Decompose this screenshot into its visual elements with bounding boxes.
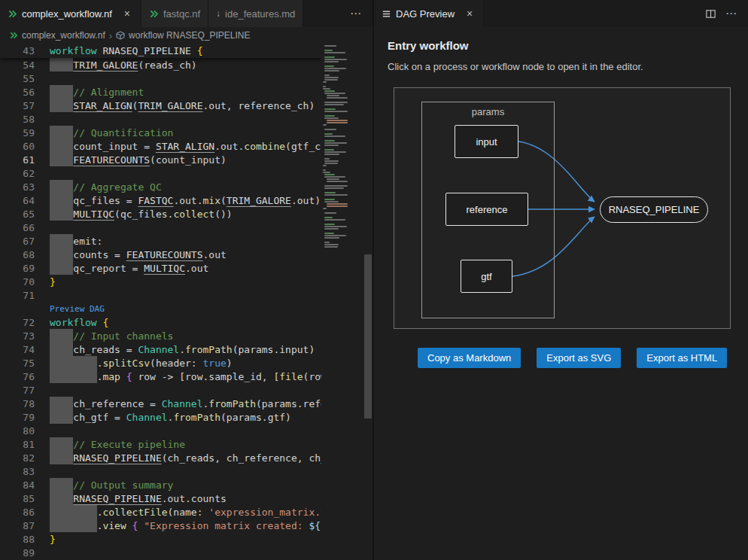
code-line[interactable]: 65MULTIQC(qc_files.collect()) bbox=[0, 207, 321, 221]
code-line[interactable]: 60count_input = STAR_ALIGN.out.combine(g… bbox=[0, 139, 321, 153]
code-token: ) bbox=[227, 358, 233, 369]
code-token: ch_gtf = bbox=[73, 412, 126, 423]
export-as-html-button[interactable]: Export as HTML bbox=[637, 348, 727, 368]
export-as-svg-button[interactable]: Export as SVG bbox=[537, 348, 621, 368]
code-token: (count_input) bbox=[150, 154, 227, 166]
minimap-bar bbox=[324, 68, 345, 69]
tab-fastqc[interactable]: fastqc.nf bbox=[141, 0, 208, 27]
code-line[interactable]: 68counts = FEATURECOUNTS.out bbox=[0, 248, 321, 261]
panel-body: Entry workflow Click on a process or wor… bbox=[374, 27, 748, 560]
code-line[interactable]: 88} bbox=[0, 532, 321, 546]
minimap-bar bbox=[324, 108, 336, 110]
code-line[interactable]: 70} bbox=[0, 275, 321, 288]
dag-node-input[interactable]: input bbox=[455, 125, 518, 158]
code-token: Channel bbox=[162, 398, 203, 409]
code-line[interactable]: 74ch_reads = Channel.fromPath(params.inp… bbox=[0, 342, 321, 356]
code-line[interactable]: 79ch_gtf = Channel.fromPath(params.gtf) bbox=[0, 410, 321, 424]
code-line[interactable]: 55 bbox=[0, 72, 321, 85]
split-editor-icon[interactable] bbox=[705, 8, 716, 20]
code-line[interactable]: 83 bbox=[0, 464, 321, 478]
minimap[interactable] bbox=[321, 44, 363, 560]
tab-ide-features[interactable]: ↓ ide_features.md bbox=[208, 0, 303, 27]
indent-highlight bbox=[50, 451, 73, 464]
line-content: count_input = STAR_ALIGN.out.combine(gtf… bbox=[50, 139, 321, 153]
code-line[interactable]: 69qc_report = MULTIQC.out bbox=[0, 261, 321, 275]
more-actions-icon[interactable]: ⋯ bbox=[350, 7, 362, 20]
code-line[interactable]: 80 bbox=[0, 424, 321, 437]
line-content: // Execute pipeline bbox=[50, 437, 321, 451]
code-line[interactable]: 58 bbox=[0, 112, 321, 126]
code-token: FEATURECOUNTS bbox=[73, 154, 150, 166]
code-line[interactable]: 57STAR_ALIGN(TRIM_GALORE.out, reference_… bbox=[0, 99, 321, 112]
tab-dag-preview[interactable]: DAG Preview × bbox=[374, 0, 484, 27]
close-icon[interactable]: × bbox=[121, 8, 133, 20]
code-line[interactable]: 71 bbox=[0, 288, 321, 302]
code-line[interactable]: 63// Aggregate QC bbox=[0, 180, 321, 193]
code-line[interactable]: 59// Quantification bbox=[0, 126, 321, 139]
code-token: 'expression_matrix.txt' bbox=[208, 507, 321, 518]
codelens-preview-dag-link[interactable]: Preview DAG bbox=[50, 304, 105, 314]
code-line[interactable]: 85RNASEQ_PIPELINE.out.counts bbox=[0, 492, 321, 505]
workflow-symbol-cube-icon bbox=[116, 31, 125, 40]
sticky-scroll-line[interactable]: 43 workflow RNASEQ_PIPELINE { bbox=[0, 44, 321, 58]
code-line[interactable]: 82RNASEQ_PIPELINE(ch_reads, ch_reference… bbox=[0, 451, 321, 464]
node-label: reference bbox=[467, 204, 508, 215]
minimap-bar bbox=[321, 221, 363, 223]
breadcrumb-file[interactable]: complex_workflow.nf bbox=[22, 30, 105, 41]
line-number: 84 bbox=[0, 479, 35, 491]
code-line[interactable]: 61FEATURECOUNTS(count_input) bbox=[0, 153, 321, 166]
code-token: Channel bbox=[138, 344, 179, 355]
line-number: 86 bbox=[0, 507, 35, 518]
panel-heading: Entry workflow bbox=[388, 39, 733, 52]
code-line[interactable]: 62 bbox=[0, 166, 321, 180]
copy-as-markdown-button[interactable]: Copy as Markdown bbox=[418, 348, 521, 368]
code-line[interactable]: 76.map { row -> [row.sample_id, [file(ro… bbox=[0, 370, 321, 383]
dag-node-rnaseq-pipeline[interactable]: RNASEQ_PIPELINE bbox=[600, 196, 708, 223]
code-area[interactable]: 43 workflow RNASEQ_PIPELINE { 54TRIM_GAL… bbox=[0, 44, 321, 560]
code-line[interactable]: 73// Input channels bbox=[0, 329, 321, 342]
code-line[interactable]: 86.collectFile(name: 'expression_matrix.… bbox=[0, 505, 321, 519]
code-line[interactable]: 87.view { "Expression matrix created: ${… bbox=[0, 519, 321, 532]
app-root: complex_workflow.nf × fastqc.nf ↓ ide_fe… bbox=[0, 0, 748, 560]
minimap-bar bbox=[327, 181, 348, 182]
dag-preview-panel: DAG Preview × ⋯ Entry workflow Click on … bbox=[374, 0, 748, 560]
indent-highlight bbox=[50, 99, 73, 112]
minimap-bar bbox=[321, 138, 363, 139]
code-line[interactable]: 64qc_files = FASTQC.out.mix(TRIM_GALORE.… bbox=[0, 193, 321, 207]
code-token: (name: bbox=[168, 507, 209, 518]
code-token: ch_reference = bbox=[73, 398, 161, 409]
more-actions-icon[interactable]: ⋯ bbox=[725, 7, 737, 20]
line-content: // Quantification bbox=[50, 126, 321, 139]
code-line[interactable]: 89 bbox=[0, 546, 321, 559]
line-number: 56 bbox=[0, 87, 35, 98]
codelens-row[interactable]: Preview DAG bbox=[0, 302, 321, 315]
code-token: . bbox=[179, 344, 185, 355]
code-line[interactable]: 81// Execute pipeline bbox=[0, 437, 321, 451]
code-token: combine bbox=[244, 141, 285, 152]
line-content: // Output summary bbox=[50, 478, 321, 492]
code-line[interactable]: 56// Alignment bbox=[0, 85, 321, 99]
code-line[interactable]: 66 bbox=[0, 221, 321, 234]
preview-list-icon bbox=[382, 9, 391, 19]
code-line[interactable]: 77 bbox=[0, 383, 321, 397]
code-line[interactable]: 67emit: bbox=[0, 234, 321, 248]
code-line[interactable]: 72workflow { bbox=[0, 315, 321, 329]
code-token: map bbox=[102, 371, 120, 382]
tab-complex-workflow[interactable]: complex_workflow.nf × bbox=[0, 0, 141, 27]
dag-node-gtf[interactable]: gtf bbox=[461, 260, 512, 293]
line-content bbox=[50, 72, 321, 85]
indent-highlight bbox=[50, 437, 73, 451]
dag-node-reference[interactable]: reference bbox=[445, 193, 528, 226]
scrollbar-thumb[interactable] bbox=[364, 254, 372, 418]
code-line[interactable]: 84// Output summary bbox=[0, 478, 321, 492]
code-line[interactable]: 75.splitCsv(header: true) bbox=[0, 356, 321, 370]
minimap-bar bbox=[321, 156, 363, 157]
close-icon[interactable]: × bbox=[464, 8, 476, 20]
code-line[interactable]: 54TRIM_GALORE(reads_ch) bbox=[0, 58, 321, 72]
code-line[interactable]: 78ch_reference = Channel.fromPath(params… bbox=[0, 397, 321, 410]
scrollbar bbox=[363, 44, 372, 560]
code-token: { bbox=[197, 45, 203, 56]
breadcrumb-symbol[interactable]: workflow RNASEQ_PIPELINE bbox=[129, 30, 250, 41]
markdown-file-icon: ↓ bbox=[216, 8, 220, 19]
code-token: // Input channels bbox=[73, 330, 173, 342]
